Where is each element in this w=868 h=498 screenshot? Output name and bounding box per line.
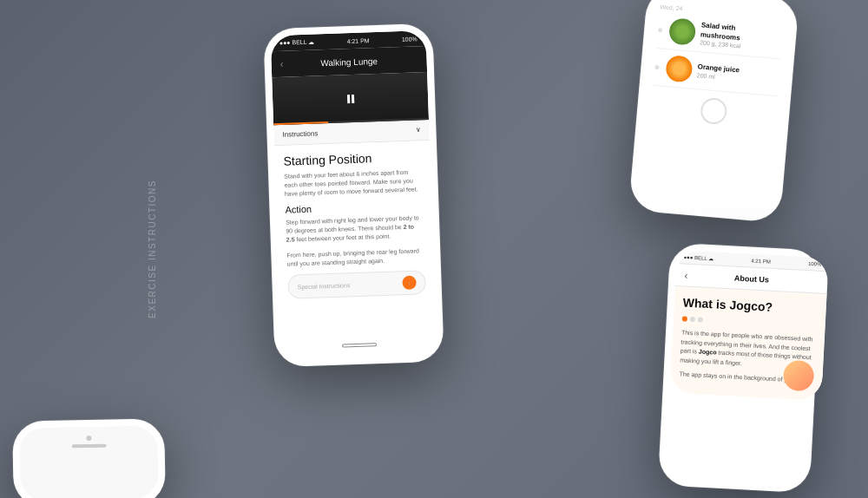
food-circle xyxy=(700,97,728,126)
special-input-placeholder: Special Instructions xyxy=(298,282,351,290)
about-time: 4:21 PM xyxy=(751,258,771,264)
dot-inactive-2 xyxy=(698,317,703,322)
dot-active xyxy=(682,316,687,321)
food-text-salad: Salad withmushrooms 200 g, 238 kcal xyxy=(700,22,743,49)
back-button[interactable]: ‹ xyxy=(279,58,283,70)
battery: 100% xyxy=(402,36,418,43)
dot-inactive-1 xyxy=(690,317,695,322)
video-area[interactable] xyxy=(272,72,429,125)
phone-exercise: ●●● BELL ☁ 4:21 PM 100% ‹ Walking Lunge … xyxy=(263,23,444,368)
home-indicator xyxy=(341,343,376,347)
food-text-juice: Orange juice 200 ml xyxy=(697,63,740,82)
phone-about: ●●● BELL ☁ 4:21 PM 100% ‹ About Us What … xyxy=(658,243,822,494)
action-title: Action xyxy=(285,200,423,216)
about-dots xyxy=(682,316,817,328)
about-heading: What is Jogco? xyxy=(682,295,818,316)
about-battery: 100% xyxy=(808,260,822,266)
phone-bottom-left xyxy=(12,418,166,498)
action-text1: Step forward with right leg and lower yo… xyxy=(286,214,424,245)
about-nav-title: About Us xyxy=(734,273,769,284)
time: 4:21 PM xyxy=(346,37,369,44)
instructions-label: Instructions xyxy=(282,129,318,138)
exercise-content: Starting Position Stand with your feet a… xyxy=(274,141,436,330)
pause-button[interactable] xyxy=(346,94,353,102)
send-button[interactable]: ↑ xyxy=(402,276,417,291)
pause-bar-right xyxy=(351,94,353,102)
salad-image xyxy=(668,17,697,46)
starting-position-text: Stand with your feet about 6 inches apar… xyxy=(284,167,423,198)
food-content: Wed, 24 Salad withmushrooms 200 g, 238 k… xyxy=(636,0,792,215)
send-icon: ↑ xyxy=(408,280,411,286)
starting-position-title: Starting Position xyxy=(283,149,421,168)
action-text2: From here, push up, bringing the rear le… xyxy=(286,246,425,268)
chevron-down-icon: ∨ xyxy=(415,126,420,134)
about-back-button[interactable]: ‹ xyxy=(684,269,688,281)
speaker xyxy=(71,444,106,449)
juice-image xyxy=(665,55,694,83)
pause-bar-left xyxy=(346,95,349,103)
side-label: Exercise Instructions xyxy=(148,180,157,318)
about-signal: ●●● BELL ☁ xyxy=(683,253,713,261)
food-dot2 xyxy=(654,64,659,69)
signal: ●●● BELL ☁ xyxy=(279,38,315,46)
camera-dot xyxy=(86,436,91,441)
special-instructions-input[interactable]: Special Instructions ↑ xyxy=(287,271,426,300)
nav-title: Walking Lunge xyxy=(320,56,378,67)
phone-food: Wed, 24 Salad withmushrooms 200 g, 238 k… xyxy=(628,0,799,223)
food-dot xyxy=(658,28,662,32)
